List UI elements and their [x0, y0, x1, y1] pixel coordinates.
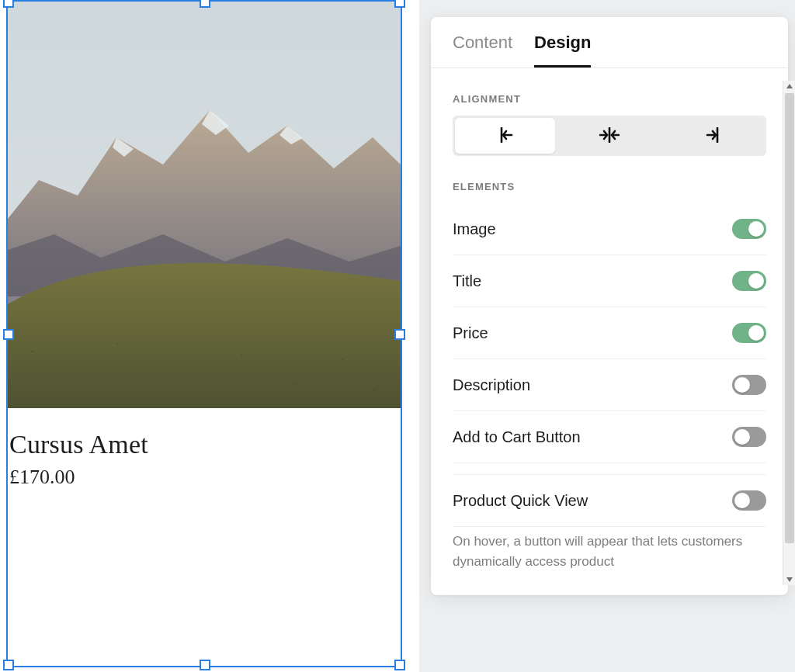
svg-rect-6: [295, 382, 297, 383]
section-label-alignment: ALIGNMENT: [453, 93, 766, 105]
toggle-add-to-cart[interactable]: [732, 427, 766, 447]
toggle-price[interactable]: [732, 323, 766, 343]
align-right-button[interactable]: [661, 116, 766, 156]
outer-scrollbar[interactable]: [783, 81, 795, 585]
svg-rect-5: [241, 355, 243, 356]
svg-rect-7: [342, 359, 344, 360]
panel-body[interactable]: ALIGNMENT: [431, 68, 788, 595]
svg-rect-3: [116, 343, 119, 345]
element-label-description: Description: [453, 376, 530, 394]
align-left-button[interactable]: [455, 118, 555, 154]
tab-design[interactable]: Design: [534, 33, 591, 68]
panel-tabs: Content Design: [431, 17, 788, 68]
element-label-image: Image: [453, 220, 496, 238]
align-center-icon: [599, 127, 620, 145]
align-left-icon: [495, 127, 515, 145]
resize-handle-bottom-mid[interactable]: [200, 660, 210, 670]
align-right-icon: [704, 127, 724, 145]
toggle-description[interactable]: [732, 375, 766, 395]
element-label-quick-view: Product Quick View: [453, 492, 588, 510]
svg-rect-8: [373, 390, 374, 391]
settings-panel: Content Design ALIGNMENT: [431, 17, 788, 595]
svg-rect-1: [31, 351, 33, 352]
element-row-image: Image: [453, 203, 766, 255]
canvas-area[interactable]: Cursus Amet £170.00: [0, 0, 419, 672]
align-center-button[interactable]: [557, 116, 662, 156]
toggle-quick-view[interactable]: [732, 490, 766, 511]
product-price: £170.00: [9, 466, 401, 489]
svg-rect-4: [171, 374, 172, 376]
svg-marker-16: [786, 84, 793, 88]
element-label-price: Price: [453, 324, 488, 342]
resize-handle-top-mid[interactable]: [200, 0, 210, 8]
quick-view-help-text: On hover, a button will appear that lets…: [453, 532, 766, 579]
resize-handle-mid-right[interactable]: [394, 329, 405, 340]
toggle-image[interactable]: [732, 219, 766, 239]
product-title: Cursus Amet: [9, 430, 401, 459]
selected-block[interactable]: Cursus Amet £170.00: [6, 0, 402, 667]
toggle-title[interactable]: [732, 271, 766, 291]
alignment-segmented: [453, 116, 766, 156]
element-row-add-to-cart: Add to Cart Button: [453, 411, 766, 463]
resize-handle-bottom-right[interactable]: [394, 660, 405, 670]
tab-content[interactable]: Content: [453, 33, 512, 68]
element-row-title: Title: [453, 255, 766, 307]
resize-handle-mid-left[interactable]: [3, 329, 14, 340]
svg-marker-17: [786, 577, 793, 582]
scroll-thumb[interactable]: [785, 93, 794, 543]
element-row-description: Description: [453, 359, 766, 411]
scroll-up-icon[interactable]: [786, 82, 793, 90]
element-row-quick-view: Product Quick View: [453, 474, 766, 527]
section-label-elements: ELEMENTS: [453, 181, 766, 192]
scroll-down-icon[interactable]: [786, 576, 793, 584]
element-label-add-to-cart: Add to Cart Button: [453, 428, 581, 446]
resize-handle-top-left[interactable]: [3, 0, 14, 8]
element-row-price: Price: [453, 307, 766, 359]
svg-rect-2: [70, 366, 71, 368]
element-label-title: Title: [453, 272, 481, 290]
resize-handle-bottom-left[interactable]: [3, 660, 14, 670]
product-image: [8, 2, 401, 408]
resize-handle-top-right[interactable]: [394, 0, 405, 8]
